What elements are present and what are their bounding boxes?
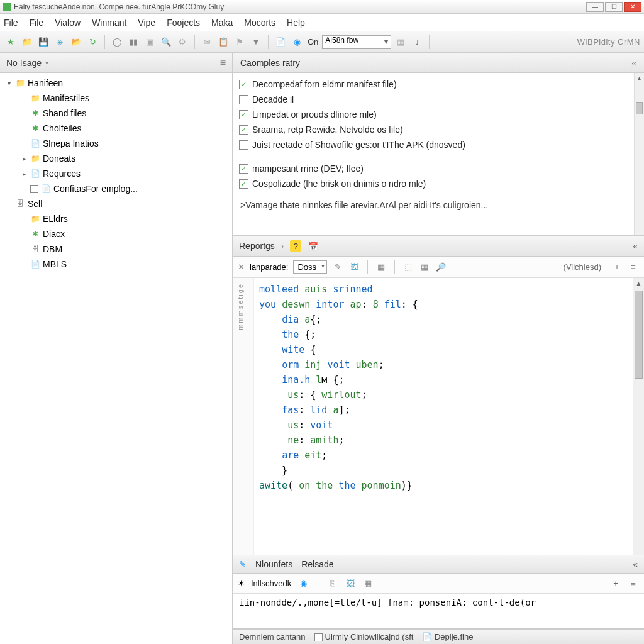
menu-item[interactable]: Winmant xyxy=(92,18,126,28)
editor-scrollbar[interactable]: ▲ xyxy=(633,278,644,555)
option-row[interactable]: Cospolizade (lhe brisk on dnimis o ndro … xyxy=(239,176,638,191)
option-row[interactable]: Sraama, retp Rewide. Netvolde os file) xyxy=(239,122,638,137)
tag-icon[interactable]: ⬚ xyxy=(402,262,414,273)
scroll-thumb[interactable] xyxy=(635,291,643,379)
option-label: Juist reetade of Showofile ges:or t'IThe… xyxy=(252,140,465,150)
menu-item[interactable]: Help xyxy=(287,18,305,28)
tree-item[interactable]: 📄Slnepa Inatios xyxy=(0,136,232,151)
menu-item[interactable]: Foojects xyxy=(167,18,200,28)
tree-item[interactable]: ✱Cholfeiles xyxy=(0,121,232,136)
grid-icon[interactable]: ▦ xyxy=(375,262,387,273)
star-icon[interactable]: ★ xyxy=(4,35,18,49)
checkbox[interactable] xyxy=(239,110,248,119)
checkbox[interactable] xyxy=(239,164,248,174)
table-icon[interactable]: ▦ xyxy=(362,578,374,589)
tree-item[interactable]: ▾📁Hanifeen xyxy=(0,75,232,91)
page-icon[interactable]: 📄 xyxy=(274,35,287,49)
chevron-down-icon[interactable]: ▾ xyxy=(45,59,48,66)
tree-item[interactable]: 📁ELldrs xyxy=(0,211,232,226)
diamond-icon[interactable]: ◈ xyxy=(53,35,67,49)
pause-icon[interactable]: ▮▮ xyxy=(126,35,140,49)
config-icon[interactable]: ⚙ xyxy=(175,35,189,49)
menu-item[interactable]: File xyxy=(4,18,18,28)
checkbox[interactable] xyxy=(239,80,248,89)
checkbox[interactable] xyxy=(239,95,248,104)
find-icon[interactable]: 🔎 xyxy=(435,262,447,273)
option-row[interactable]: Juist reetade of Showofile ges:or t'IThe… xyxy=(239,137,638,152)
scrollbar[interactable]: ▲ xyxy=(634,73,644,235)
copy-icon[interactable]: ⎘ xyxy=(327,578,338,589)
menu-icon[interactable]: ≡ xyxy=(628,578,639,589)
tree-item[interactable]: 🗄Sell xyxy=(0,196,232,211)
save-icon[interactable]: 💾 xyxy=(36,35,50,49)
close-icon[interactable]: ✶ xyxy=(238,579,245,588)
status-check[interactable]: Ulrmiy Cinlowilicajnd (sft xyxy=(314,632,414,641)
folder-open-icon[interactable]: 📂 xyxy=(69,35,83,49)
refresh-icon[interactable]: ↻ xyxy=(86,35,99,49)
console-output[interactable]: iin-nondde/.,mone[=tle/t-u] fnam: ponsen… xyxy=(233,594,644,629)
code-editor[interactable]: mmmsetige molleed auis srinned you deswn… xyxy=(233,278,644,555)
close-icon[interactable]: ✕ xyxy=(238,262,245,272)
picture-icon[interactable]: 🖼 xyxy=(345,578,356,589)
clipboard-icon[interactable]: 📋 xyxy=(216,35,230,49)
plus-icon[interactable]: + xyxy=(611,262,623,273)
bottom-tab[interactable]: Relsade xyxy=(301,559,333,569)
tree-item[interactable]: 📄ConfitasFor emplog... xyxy=(0,181,232,196)
chevron-right-icon[interactable]: › xyxy=(281,241,284,251)
scroll-up-icon[interactable]: ▲ xyxy=(633,278,644,288)
mail-icon[interactable]: ✉ xyxy=(200,35,214,49)
layout-icon[interactable]: ▦ xyxy=(419,262,430,273)
minimize-button[interactable]: — xyxy=(586,2,604,12)
edit-icon[interactable]: ✎ xyxy=(332,262,343,273)
folder-icon[interactable]: 📁 xyxy=(20,35,34,49)
panel-menu-icon[interactable]: ≡ xyxy=(220,57,226,69)
checkbox[interactable] xyxy=(239,140,248,150)
close-button[interactable]: ✕ xyxy=(624,2,641,12)
search-icon[interactable]: 🔍 xyxy=(159,35,173,49)
menu-icon[interactable]: ≡ xyxy=(628,262,639,273)
scroll-thumb[interactable] xyxy=(636,102,643,114)
settings-icon[interactable]: ▦ xyxy=(394,35,408,49)
menu-item[interactable]: Vipe xyxy=(138,18,155,28)
image-icon[interactable]: 🖼 xyxy=(348,262,360,273)
checkbox[interactable] xyxy=(239,179,248,189)
mode-select[interactable]: Al58n fbw xyxy=(322,35,391,49)
download-icon[interactable]: ↓ xyxy=(410,35,424,49)
code-area[interactable]: molleed auis srinned you deswn intor ap:… xyxy=(254,278,633,555)
globe-icon[interactable]: ◯ xyxy=(110,35,124,49)
bottom-tab[interactable]: Nlounfets xyxy=(255,559,292,569)
flag-icon[interactable]: ⚑ xyxy=(233,35,247,49)
collapse-icon[interactable]: « xyxy=(633,559,638,569)
maximize-button[interactable]: ☐ xyxy=(605,2,623,12)
package-icon[interactable]: ▣ xyxy=(143,35,157,49)
menu-item[interactable]: Mocorts xyxy=(244,18,275,28)
run-icon[interactable]: ◉ xyxy=(297,578,309,589)
option-row[interactable]: Decadde il xyxy=(239,92,638,107)
sync-icon[interactable]: ◉ xyxy=(290,35,304,49)
lang-select[interactable]: Doss xyxy=(293,260,327,274)
tree-item[interactable]: 📄MBLS xyxy=(0,257,232,272)
tree-item[interactable]: ✱Diacx xyxy=(0,226,232,242)
menu-item[interactable]: Maka xyxy=(211,18,233,28)
plus-icon[interactable]: + xyxy=(610,578,621,589)
tree-item[interactable]: ▸📄Requrces xyxy=(0,166,232,181)
tree-item[interactable]: 📁Manifestiles xyxy=(0,91,232,106)
status-right[interactable]: 📄 Depije.fihe xyxy=(422,632,473,641)
calendar-icon[interactable]: 📅 xyxy=(308,240,319,252)
menu-item[interactable]: File xyxy=(30,18,44,28)
collapse-icon[interactable]: « xyxy=(633,241,638,251)
project-tree[interactable]: ▾📁Hanifeen📁Manifestiles✱Shand files✱Chol… xyxy=(0,73,232,644)
tree-item[interactable]: ▸📁Doneats xyxy=(0,151,232,166)
option-row[interactable]: Decompedaf forn eldmr manifest file) xyxy=(239,77,638,92)
help-icon[interactable]: ? xyxy=(290,240,301,252)
checkbox[interactable] xyxy=(239,125,248,135)
option-label: Cospolizade (lhe brisk on dnimis o ndro … xyxy=(252,179,426,189)
tree-item[interactable]: 🗄DBM xyxy=(0,242,232,257)
menu-item[interactable]: Vialow xyxy=(55,18,80,28)
collapse-icon[interactable]: « xyxy=(631,58,636,68)
option-row[interactable]: Limpedat or prouds dlinore mle) xyxy=(239,107,638,122)
tree-item[interactable]: ✱Shand files xyxy=(0,106,232,121)
scroll-up-icon[interactable]: ▲ xyxy=(635,73,644,83)
option-row[interactable]: mampesant rrine (DEV; flee) xyxy=(239,161,638,176)
filter-icon[interactable]: ▼ xyxy=(249,35,263,49)
